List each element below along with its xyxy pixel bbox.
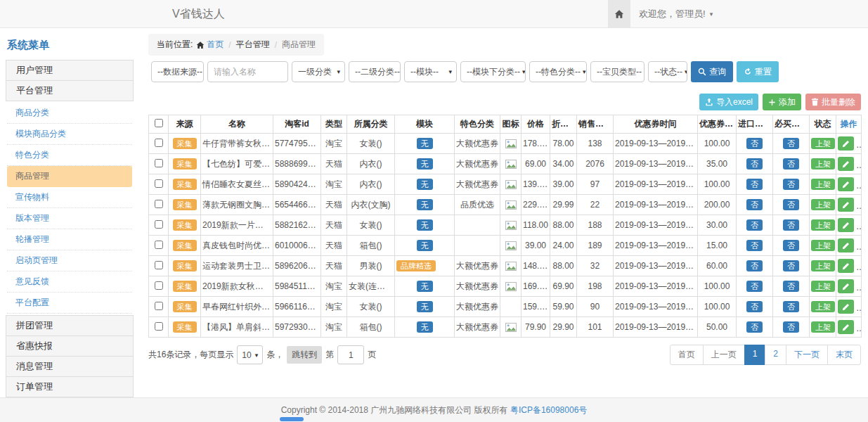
status-badge[interactable]: 上架 [811,260,835,272]
status-badge[interactable]: 上架 [811,321,835,333]
page-size-select[interactable]: 10▾ [237,345,263,364]
must-buy-badge[interactable]: 否 [783,321,799,333]
status-badge[interactable]: 上架 [811,179,835,191]
row-checkbox[interactable] [155,179,163,188]
filter-feature-select[interactable]: --特色分类--▾ [529,61,587,82]
edit-button[interactable] [838,320,854,334]
sidebar-item-promo-materials[interactable]: 宣传物料 [7,187,132,208]
pager-prev[interactable]: 上一页 [703,345,745,365]
sidebar-item-version-management[interactable]: 版本管理 [7,208,132,229]
sidebar-item-goods-category[interactable]: 商品分类 [7,103,132,124]
filter-module-select[interactable]: --模块--▾ [404,61,457,82]
reset-button[interactable]: 重置 [737,61,779,82]
pager-page-1[interactable]: 1 [744,345,766,365]
batch-delete-button[interactable]: 批量删除 [805,94,861,110]
row-checkbox[interactable] [155,139,163,147]
status-badge[interactable]: 上架 [811,158,835,170]
row-checkbox[interactable] [155,322,163,331]
sidebar-item-goods-management[interactable]: 商品管理 [7,166,132,187]
pager-page-2[interactable]: 2 [765,345,786,365]
jump-button[interactable]: 跳转到 [287,346,322,364]
sidebar-group-order-management[interactable]: 订单管理 [6,376,134,397]
filter-name-input[interactable] [207,61,288,82]
sidebar-group-express-news[interactable]: 省惠快报 [6,335,134,357]
must-buy-badge[interactable]: 否 [783,301,799,313]
caret-down-icon: ▾ [710,11,713,18]
edit-button[interactable] [838,177,854,191]
import-select-badge[interactable]: 否 [746,240,763,252]
edit-button[interactable] [838,300,854,314]
row-checkbox[interactable] [155,261,163,269]
import-select-badge[interactable]: 否 [746,281,763,293]
must-buy-badge[interactable]: 否 [783,199,799,211]
sidebar-group-groupbuy-management[interactable]: 拼团管理 [6,315,134,336]
status-badge[interactable]: 上架 [811,219,835,231]
row-checkbox[interactable] [155,200,163,208]
import-excel-button[interactable]: 导入excel [699,94,758,110]
pager-last[interactable]: 末页 [827,345,861,365]
row-checkbox[interactable] [155,302,163,310]
status-badge[interactable]: 上架 [811,301,835,313]
filter-category2-select[interactable]: --二级分类--▾ [349,61,401,82]
sidebar-item-feature-category[interactable]: 特色分类 [7,145,132,166]
edit-button[interactable] [838,238,854,252]
import-select-badge[interactable]: 否 [746,179,763,191]
status-badge[interactable]: 上架 [811,240,835,252]
filter-data-source-select[interactable]: --数据来源--▾ [151,61,204,82]
must-buy-badge[interactable]: 否 [783,219,799,231]
row-checkbox[interactable] [155,281,163,290]
edit-button[interactable] [838,136,854,151]
must-buy-badge[interactable]: 否 [783,158,799,170]
status-badge[interactable]: 上架 [811,281,835,293]
must-buy-badge[interactable]: 否 [783,240,799,252]
import-select-badge[interactable]: 否 [746,138,763,150]
sidebar-item-platform-config[interactable]: 平台配置 [7,293,132,314]
filter-module-sub-select[interactable]: --模块下分类--▾ [460,61,526,82]
select-all-checkbox[interactable] [155,119,163,127]
sidebar-group-user-management[interactable]: 用户管理 [6,60,134,81]
must-buy-badge[interactable]: 否 [783,179,799,191]
edit-button[interactable] [838,157,854,171]
edit-button[interactable] [838,218,854,232]
row-checkbox[interactable] [155,159,163,167]
row-checkbox[interactable] [155,220,163,229]
add-button[interactable]: 添加 [763,94,801,110]
filter-category1-select[interactable]: 一级分类▾ [292,61,345,82]
sidebar-item-feedback[interactable]: 意见反馈 [7,271,132,293]
breadcrumb-home-link[interactable]: 首页 [196,39,224,51]
column-header: 必买清单 [773,115,810,134]
pager-next[interactable]: 下一页 [786,345,828,365]
pager-first[interactable]: 首页 [670,345,704,365]
query-button[interactable]: 查询 [691,61,733,82]
sidebar-item-carousel-management[interactable]: 轮播管理 [7,229,132,250]
sales-cell: 188 [577,215,614,236]
horizontal-scrollbar-thumb[interactable] [280,417,304,421]
filter-status-select[interactable]: --状态--▾ [648,61,687,82]
edit-button[interactable] [838,259,854,273]
filter-item-type-select[interactable]: --宝贝类型--▾ [590,61,644,82]
brand-link[interactable]: V省钱达人 [172,0,225,27]
sidebar-item-splash-page-management[interactable]: 启动页管理 [7,250,132,271]
status-badge[interactable]: 上架 [811,199,835,211]
import-select-badge[interactable]: 否 [746,321,763,333]
import-select-badge[interactable]: 否 [746,219,763,231]
must-buy-badge[interactable]: 否 [783,260,799,272]
import-select-badge[interactable]: 否 [746,199,763,211]
sidebar-group-platform-management[interactable]: 平台管理 [6,80,134,101]
edit-button[interactable] [838,198,854,212]
icp-link[interactable]: 粤ICP备16098006号 [510,405,587,415]
jump-page-input[interactable] [337,345,364,364]
edit-button[interactable] [838,279,854,293]
sidebar-group-message-management[interactable]: 消息管理 [6,356,134,377]
import-select-badge[interactable]: 否 [746,301,763,313]
must-buy-badge[interactable]: 否 [783,138,799,150]
sidebar-item-module-goods-category[interactable]: 模块商品分类 [7,124,132,145]
must-buy-badge[interactable]: 否 [783,281,799,293]
import-select-badge[interactable]: 否 [746,158,763,170]
import-select-badge[interactable]: 否 [746,260,763,272]
user-menu[interactable]: 欢迎您，管理员! ▾ [630,0,721,27]
taoke-id-cell: 588216228899 [273,215,321,236]
home-nav-button[interactable] [608,0,630,27]
status-badge[interactable]: 上架 [811,138,835,150]
row-checkbox[interactable] [155,241,163,249]
